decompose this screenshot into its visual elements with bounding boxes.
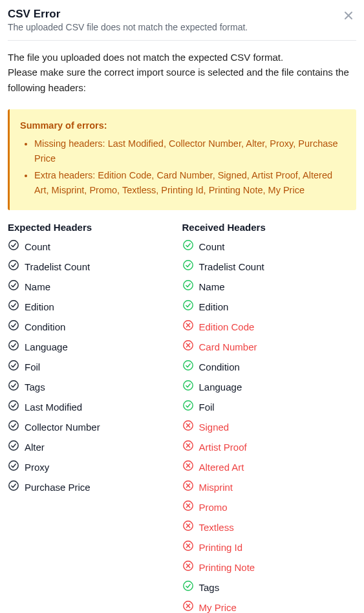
list-item-label: Altered Art	[199, 460, 244, 474]
x-circle-icon	[182, 600, 194, 613]
list-item: Tradelist Count	[8, 259, 182, 274]
dialog-description: The file you uploaded does not match the…	[8, 50, 356, 95]
svg-point-26	[183, 381, 192, 390]
list-item-label: Promo	[199, 500, 228, 514]
list-item-label: Alter	[25, 440, 45, 454]
summary-item: Missing headers: Last Modified, Collecto…	[34, 136, 346, 166]
list-item: Language	[182, 380, 357, 394]
check-circle-icon	[182, 299, 194, 314]
x-circle-icon	[182, 520, 194, 535]
svg-point-2	[9, 241, 18, 250]
list-item-label: Edition	[199, 300, 229, 314]
list-item: Foil	[182, 400, 357, 414]
list-item-label: Foil	[199, 400, 215, 414]
list-item: Signed	[182, 420, 357, 435]
x-circle-icon	[182, 480, 194, 495]
list-item-label: Proxy	[25, 460, 49, 474]
list-item: Edition	[182, 299, 357, 314]
x-circle-icon	[182, 319, 194, 334]
check-icon	[8, 400, 19, 414]
svg-point-8	[9, 361, 18, 370]
list-item-label: Tradelist Count	[25, 260, 90, 274]
list-item-label: Name	[25, 280, 50, 294]
headers-columns: Expected Headers CountTradelist CountNam…	[8, 222, 356, 613]
svg-point-3	[9, 261, 18, 270]
svg-point-12	[9, 441, 18, 450]
list-item: Language	[8, 339, 182, 354]
check-circle-icon	[182, 239, 194, 254]
summary-title: Summary of errors:	[20, 118, 346, 133]
list-item-label: Tradelist Count	[199, 260, 264, 274]
svg-point-17	[183, 281, 192, 290]
summary-list: Missing headers: Last Modified, Collecto…	[20, 136, 346, 197]
svg-point-5	[9, 301, 18, 310]
list-item: Count	[8, 239, 182, 254]
check-icon	[8, 259, 19, 274]
list-item: Misprint	[182, 480, 357, 495]
list-item-label: Foil	[25, 360, 40, 374]
x-circle-icon	[182, 440, 194, 455]
list-item: Textless	[182, 520, 357, 535]
list-item-label: Edition	[25, 300, 54, 314]
close-icon[interactable]	[342, 9, 355, 22]
list-item-label: Textless	[199, 521, 234, 534]
list-item-label: My Price	[199, 601, 237, 613]
list-item: Name	[182, 279, 357, 294]
check-circle-icon	[182, 259, 194, 274]
check-icon	[8, 299, 19, 314]
list-item: Edition	[8, 299, 182, 314]
check-icon	[8, 380, 19, 394]
x-circle-icon	[182, 420, 194, 435]
list-item-label: Artist Proof	[199, 440, 247, 454]
list-item-label: Edition Code	[199, 320, 255, 334]
list-item-label: Language	[199, 380, 242, 394]
list-item-label: Purchase Price	[25, 480, 91, 494]
svg-point-4	[9, 281, 18, 290]
svg-point-11	[9, 421, 18, 430]
svg-point-7	[9, 341, 18, 350]
x-circle-icon	[182, 540, 194, 555]
list-item: Tags	[8, 380, 182, 394]
check-circle-icon	[182, 380, 194, 394]
check-icon	[8, 420, 19, 435]
received-column: Received Headers CountTradelist CountNam…	[182, 222, 357, 613]
x-circle-icon	[182, 560, 194, 575]
svg-point-25	[183, 361, 192, 370]
dialog-header: CSV Error The uploaded CSV file does not…	[8, 8, 356, 41]
column-title: Received Headers	[182, 222, 357, 233]
check-circle-icon	[182, 400, 194, 414]
list-item: Collector Number	[8, 420, 182, 435]
check-circle-icon	[182, 580, 194, 595]
list-item: Foil	[8, 360, 182, 374]
list-item-label: Printing Id	[199, 541, 243, 554]
check-icon	[8, 279, 19, 294]
list-item: Altered Art	[182, 460, 357, 475]
svg-point-27	[183, 401, 192, 410]
list-item: Purchase Price	[8, 480, 182, 495]
check-icon	[8, 460, 19, 475]
list-item-label: Condition	[199, 360, 240, 374]
list-item: Condition	[182, 360, 357, 374]
list-item-label: Language	[25, 340, 68, 354]
svg-point-10	[9, 401, 18, 410]
check-icon	[8, 360, 19, 374]
svg-point-14	[9, 481, 18, 490]
list-item: Condition	[8, 319, 182, 334]
svg-point-9	[9, 381, 18, 390]
x-circle-icon	[182, 460, 194, 475]
check-icon	[8, 440, 19, 455]
list-item: Alter	[8, 440, 182, 455]
list-item-label: Condition	[25, 320, 65, 334]
list-item-label: Misprint	[199, 480, 233, 494]
list-item: Tags	[182, 580, 357, 595]
list-item: My Price	[182, 600, 357, 613]
list-item: Count	[182, 239, 357, 254]
svg-point-18	[183, 301, 192, 310]
list-item: Card Number	[182, 339, 357, 354]
svg-point-16	[183, 261, 192, 270]
list-item-label: Count	[199, 240, 225, 253]
list-item: Promo	[182, 500, 357, 515]
check-icon	[8, 339, 19, 354]
svg-point-15	[183, 241, 192, 250]
list-item: Name	[8, 279, 182, 294]
